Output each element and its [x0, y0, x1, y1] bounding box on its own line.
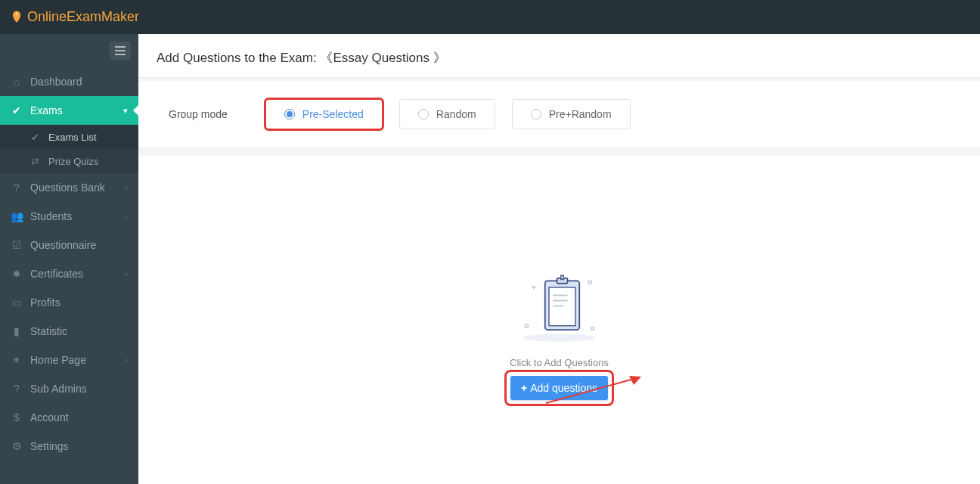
svg-point-8 — [588, 281, 591, 284]
svg-rect-4 — [560, 275, 563, 279]
gear-icon: ⚙ — [11, 440, 23, 452]
dollar-icon: $ — [11, 411, 23, 424]
sidebar-item-label: Exams — [30, 104, 63, 116]
sidebar-item-label: Statistic — [30, 325, 67, 337]
topbar: OnlineExamMaker — [0, 0, 980, 34]
sidebar-sub-exams: ✔ Exams List ⇄ Prize Quizs — [0, 125, 138, 173]
question-icon: ? — [11, 182, 23, 194]
empty-state-text: Click to Add Questions — [446, 357, 673, 368]
workspace: Click to Add Questions + Add questions — [138, 156, 980, 484]
chevron-left-icon: ‹ — [125, 355, 128, 365]
sidebar-item-label: Dashboard — [30, 76, 82, 88]
brand-logo[interactable]: OnlineExamMaker — [9, 9, 139, 25]
sidebar-item-statistic[interactable]: ▮ Statistic — [0, 317, 138, 346]
add-questions-button[interactable]: + Add questions — [510, 376, 608, 400]
sidebar-item-questions-bank[interactable]: ? Questions Bank ‹ — [0, 173, 138, 202]
sidebar-item-exams[interactable]: ✔ Exams ▾ — [0, 96, 138, 125]
radio-icon — [531, 109, 541, 119]
chevron-down-icon: ▾ — [123, 106, 128, 116]
home-icon: ⌂ — [11, 76, 23, 88]
sidebar-item-label: Questions Bank — [30, 182, 105, 194]
group-mode-option-random[interactable]: Random — [399, 99, 495, 129]
sidebar: ⌂ Dashboard ✔ Exams ▾ ✔ Exams List ⇄ Pri… — [0, 34, 138, 484]
sidebar-item-label: Settings — [30, 440, 69, 452]
content-area: Add Questions to the Exam: 《Essay Questi… — [138, 34, 980, 484]
add-button-label: Add questions — [530, 382, 597, 394]
sidebar-item-label: Questionnaire — [30, 239, 96, 251]
group-mode-label: Group mode — [169, 108, 228, 120]
option-label: Pre+Random — [549, 108, 612, 120]
sidebar-item-prize-quizs[interactable]: ⇄ Prize Quizs — [0, 149, 138, 173]
check-square-icon: ☑ — [11, 239, 23, 251]
page-title-exam-name: 《Essay Questions 》 — [320, 51, 445, 65]
sidebar-item-label: Certificates — [30, 268, 83, 280]
radio-icon — [418, 109, 429, 119]
sidebar-item-label: Sub Admins — [30, 383, 87, 395]
page-title-prefix: Add Questions to the Exam: — [157, 51, 317, 65]
badge-icon: ✸ — [11, 268, 23, 280]
question-icon: ? — [11, 383, 23, 395]
option-label: Pre-Selected — [302, 108, 364, 120]
add-questions-highlight: + Add questions — [509, 374, 609, 402]
sidebar-item-label: Exams List — [48, 132, 97, 143]
sidebar-item-label: Prize Quizs — [48, 156, 98, 167]
sidebar-item-account[interactable]: $ Account — [0, 403, 138, 432]
empty-state: Click to Add Questions + Add questions — [446, 271, 673, 402]
svg-point-0 — [523, 334, 595, 342]
sidebar-item-exams-list[interactable]: ✔ Exams List — [0, 125, 138, 149]
sidebar-toggle-button[interactable] — [110, 42, 131, 60]
sidebar-item-label: Account — [30, 411, 69, 424]
sidebar-item-questionnaire[interactable]: ☑ Questionnaire — [0, 231, 138, 259]
shuffle-icon: ⇄ — [29, 156, 41, 167]
brand-name: OnlineExamMaker — [27, 9, 139, 25]
layers-icon: ✴ — [11, 354, 23, 366]
group-mode-option-pre-random[interactable]: Pre+Random — [512, 99, 631, 129]
chevron-left-icon: ‹ — [125, 269, 128, 278]
plus-icon: + — [521, 382, 527, 394]
card-icon: ▭ — [11, 296, 23, 309]
users-icon: 👥 — [11, 210, 23, 222]
check-circle-icon: ✔ — [29, 132, 41, 143]
svg-point-10 — [591, 327, 594, 330]
sidebar-item-certificates[interactable]: ✸ Certificates ‹ — [0, 259, 138, 288]
radio-icon — [284, 109, 295, 119]
option-label: Random — [436, 108, 476, 120]
svg-point-9 — [525, 324, 528, 327]
sidebar-item-home-page[interactable]: ✴ Home Page ‹ — [0, 346, 138, 374]
sidebar-item-sub-admins[interactable]: ? Sub Admins — [0, 374, 138, 403]
chart-icon: ▮ — [11, 325, 23, 337]
sidebar-item-students[interactable]: 👥 Students ‹ — [0, 202, 138, 231]
sidebar-item-label: Profits — [30, 296, 60, 309]
sidebar-item-settings[interactable]: ⚙ Settings — [0, 432, 138, 461]
chevron-left-icon: ‹ — [125, 183, 128, 192]
sidebar-item-profits[interactable]: ▭ Profits — [0, 288, 138, 317]
check-circle-icon: ✔ — [11, 104, 23, 116]
sidebar-item-dashboard[interactable]: ⌂ Dashboard — [0, 67, 138, 96]
sidebar-item-label: Home Page — [30, 354, 86, 366]
sidebar-item-label: Students — [30, 210, 72, 222]
group-mode-option-preselected[interactable]: Pre-Selected — [265, 99, 383, 129]
chevron-left-icon: ‹ — [125, 212, 128, 221]
clipboard-illustration-icon — [507, 271, 612, 343]
brand-logo-icon — [9, 10, 24, 25]
page-title: Add Questions to the Exam: 《Essay Questi… — [138, 34, 980, 78]
group-mode-bar: Group mode Pre-Selected Random Pre+Rando… — [138, 81, 980, 148]
